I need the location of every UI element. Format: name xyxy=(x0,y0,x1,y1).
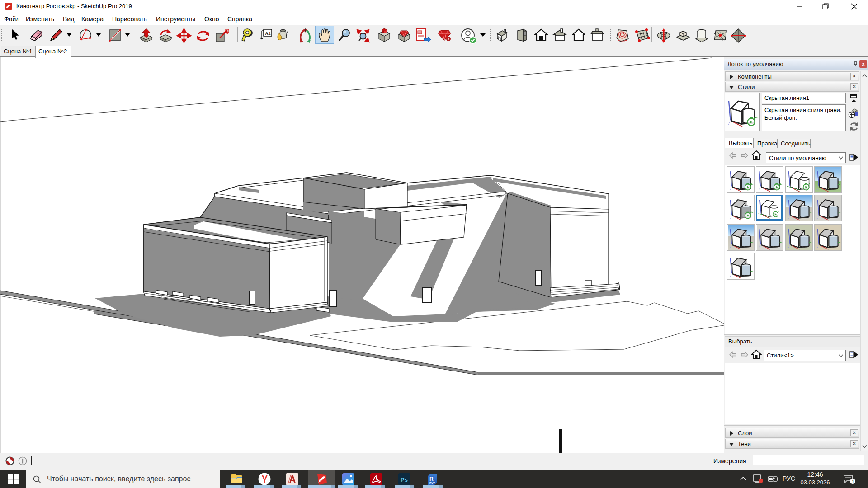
svg-text:Ps: Ps xyxy=(401,476,408,483)
svg-text:A1: A1 xyxy=(265,30,271,36)
svg-text:R: R xyxy=(429,476,434,482)
svg-text:1: 1 xyxy=(852,479,854,484)
svg-text:RVT: RVT xyxy=(429,482,435,484)
